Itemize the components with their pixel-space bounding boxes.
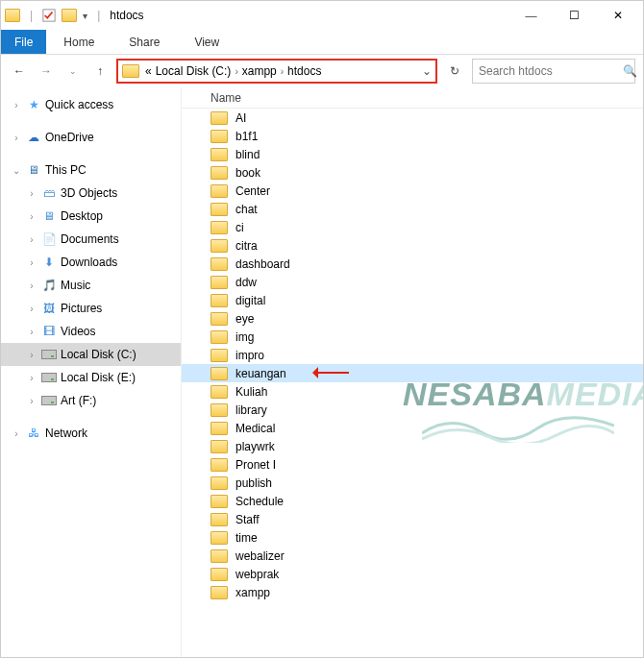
tree-item[interactable]: ›📄Documents [1,228,181,251]
tree-item[interactable]: ›🗃3D Objects [1,182,181,205]
tree-item[interactable]: ›🎞Videos [1,320,181,343]
address-dropdown[interactable]: ⌄ [422,64,432,78]
file-row[interactable]: publish [182,474,643,492]
tree-this-pc[interactable]: ⌄ 🖥 This PC [1,158,181,182]
expand-icon[interactable]: › [26,373,37,383]
tree-item[interactable]: ›🖼Pictures [1,297,181,320]
tab-home[interactable]: Home [46,30,111,54]
tree-item[interactable]: ›Local Disk (E:) [1,366,181,389]
search-box[interactable]: 🔍 [472,59,635,84]
minimize-button[interactable]: — [509,2,553,29]
tree-item[interactable]: ›🖥Desktop [1,205,181,228]
expand-icon[interactable]: › [11,428,22,439]
file-row[interactable]: Center [182,182,643,200]
file-list: AIb1f1blindbookCenterchatcicitradashboar… [182,109,643,601]
file-row[interactable]: webalizer [182,547,643,565]
breadcrumb-laquo: « [145,64,152,78]
up-button[interactable]: ↑ [89,61,111,82]
expand-icon[interactable]: › [26,211,37,222]
chevron-down-icon[interactable]: ▾ [83,11,87,21]
expand-icon[interactable]: › [11,100,22,110]
expand-icon[interactable]: › [26,304,37,314]
file-row[interactable]: keuangan [182,364,643,382]
file-row[interactable]: digital [182,291,643,309]
file-row[interactable]: Staff [182,510,643,528]
forward-button[interactable]: → [36,61,57,82]
file-row[interactable]: chat [182,200,643,218]
breadcrumb-segment[interactable]: htdocs [287,64,321,78]
folder-icon [211,330,228,344]
file-row[interactable]: book [182,163,643,182]
tab-view[interactable]: View [177,30,236,54]
drive-icon [41,393,57,408]
tree-label: Pictures [61,302,102,315]
file-name: webprak [235,568,279,581]
file-row[interactable]: AI [182,109,643,127]
tree-item[interactable]: ›🎵Music [1,274,181,297]
file-row[interactable]: library [182,401,643,419]
breadcrumb-segment[interactable]: Local Disk (C:) [156,64,232,78]
breadcrumb-segment[interactable]: xampp [242,64,277,78]
refresh-button[interactable]: ↻ [443,60,466,83]
file-row[interactable]: webprak [182,565,643,583]
expand-icon[interactable]: › [26,280,37,291]
chevron-right-icon[interactable]: › [235,66,237,77]
folder-icon [5,9,20,22]
tree-label: Downloads [61,256,117,269]
column-header[interactable]: Name [182,87,643,109]
folder-icon [211,422,228,435]
folder-icon [211,349,228,362]
tree-label: Music [61,279,90,292]
folder-icon [211,148,228,161]
file-row[interactable]: Pronet I [182,455,643,474]
file-row[interactable]: impro [182,346,643,364]
file-tab[interactable]: File [1,30,46,54]
file-row[interactable]: dashboard [182,255,643,273]
search-input[interactable] [479,64,623,78]
file-name: library [235,403,267,417]
file-row[interactable]: xampp [182,583,643,601]
tree-item[interactable]: ›Local Disk (C:) [1,343,181,366]
close-button[interactable]: ✕ [596,2,639,29]
file-row[interactable]: Medical [182,419,643,437]
file-row[interactable]: time [182,528,643,547]
tree-quick-access[interactable]: › ★ Quick access [1,93,181,116]
chevron-right-icon[interactable]: › [281,66,284,77]
collapse-icon[interactable]: ⌄ [11,165,22,176]
column-name[interactable]: Name [211,91,280,105]
file-row[interactable]: citra [182,236,643,255]
expand-icon[interactable]: › [26,327,37,337]
recent-dropdown[interactable]: ⌄ [62,61,84,82]
file-row[interactable]: b1f1 [182,127,643,145]
folder-icon [211,568,228,581]
file-row[interactable]: ci [182,218,643,236]
tree-item[interactable]: ›⬇Downloads [1,251,181,274]
file-row[interactable]: eye [182,309,643,328]
folder-icon: ⬇ [41,255,57,270]
tree-onedrive[interactable]: › ☁ OneDrive [1,126,181,149]
back-button[interactable]: ← [9,61,30,82]
maximize-button[interactable]: ☐ [553,2,596,29]
tree-network[interactable]: › 🖧 Network [1,422,181,445]
expand-icon[interactable]: › [26,257,37,268]
folder-icon [62,9,77,22]
file-row[interactable]: blind [182,145,643,163]
tab-share[interactable]: Share [111,30,177,54]
file-row[interactable]: img [182,328,643,346]
file-row[interactable]: playwrk [182,437,643,455]
properties-icon[interactable] [42,9,56,22]
expand-icon[interactable]: › [11,133,22,143]
expand-icon[interactable]: › [26,234,37,245]
tree-label: Quick access [45,98,113,111]
file-name: xampp [235,586,270,599]
expand-icon[interactable]: › [26,350,37,360]
expand-icon[interactable]: › [26,396,37,406]
file-row[interactable]: Schedule [182,492,643,510]
file-row[interactable]: ddw [182,273,643,291]
tree-item[interactable]: ›Art (F:) [1,389,181,412]
file-row[interactable]: Kuliah [182,382,643,401]
address-bar[interactable]: « Local Disk (C:) › xampp › htdocs ⌄ [116,59,437,84]
expand-icon[interactable]: › [26,188,37,199]
folder-icon [211,184,228,198]
file-name: Kuliah [235,385,267,399]
